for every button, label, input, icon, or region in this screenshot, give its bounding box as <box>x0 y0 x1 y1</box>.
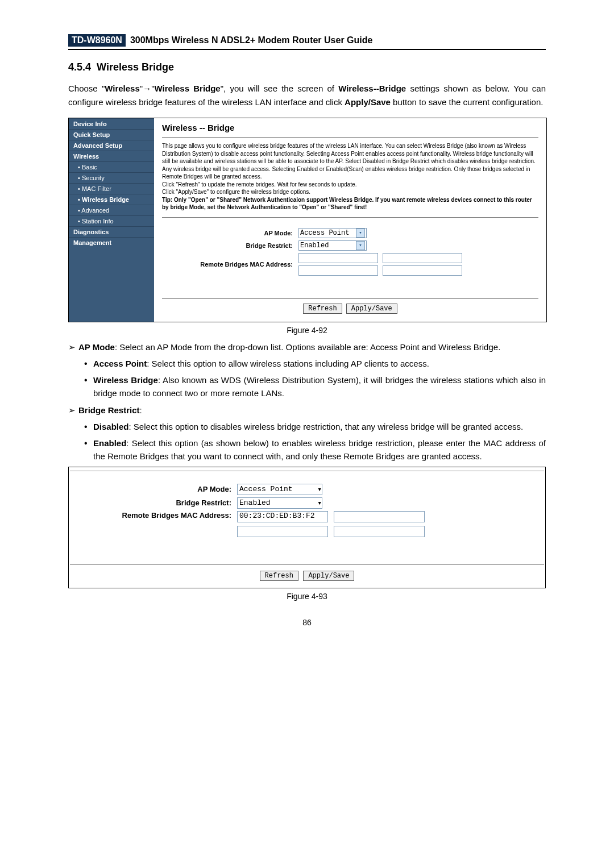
remote-mac-input[interactable] <box>334 511 425 522</box>
bullet-disabled: Disabled: Select this option to disables… <box>93 420 546 433</box>
section-heading: 4.5.4 Wireless Bridge <box>68 61 546 73</box>
bullet-access-point: Access Point: Select this option to allo… <box>93 357 546 370</box>
figure-caption-2: Figure 4-93 <box>68 592 546 601</box>
remote-mac-input[interactable] <box>298 253 378 263</box>
label-remote-mac: Remote Bridges MAC Address: <box>84 511 237 520</box>
remote-mac-input[interactable] <box>383 253 462 263</box>
panel-title: Wireless -- Bridge <box>162 123 538 132</box>
sidebar-item[interactable]: MAC Filter <box>69 183 154 194</box>
label-remote-mac: Remote Bridges MAC Address: <box>162 261 298 268</box>
sidebar-item[interactable]: Management <box>69 237 154 248</box>
remote-mac-input[interactable] <box>383 265 462 276</box>
select-ap-mode[interactable]: Access Point ▾ <box>237 484 322 495</box>
bullet-enabled: Enabled: Select this option (as shown be… <box>93 437 546 463</box>
sidebar-item[interactable]: Basic <box>69 161 154 172</box>
chevron-down-icon: ▾ <box>317 485 322 494</box>
label-ap-mode: AP Mode: <box>84 485 237 493</box>
sidebar-item[interactable]: Quick Setup <box>69 129 154 140</box>
doc-title: 300Mbps Wireless N ADSL2+ Modem Router U… <box>130 35 372 45</box>
page-number: 86 <box>68 618 546 627</box>
remote-mac-input[interactable] <box>334 526 425 537</box>
figure-caption-1: Figure 4-92 <box>68 326 546 335</box>
bullet-wireless-bridge: Wireless Bridge: Also known as WDS (Wire… <box>93 373 546 400</box>
refresh-button[interactable]: Refresh <box>260 571 298 581</box>
select-bridge-restrict[interactable]: Enabled ▾ <box>237 497 322 509</box>
router-ui-figure-1: Device InfoQuick SetupAdvanced SetupWire… <box>68 118 547 322</box>
router-ui-figure-2: AP Mode: Access Point ▾ Bridge Restrict:… <box>68 467 546 588</box>
intro-paragraph: Choose "Wireless"→"Wireless Bridge", you… <box>68 82 546 109</box>
sidebar: Device InfoQuick SetupAdvanced SetupWire… <box>69 118 154 322</box>
chevron-down-icon: ▾ <box>356 241 365 250</box>
bullet-ap-mode: AP Mode: Select an AP Mode from the drop… <box>78 340 546 400</box>
apply-save-button[interactable]: Apply/Save <box>303 571 354 581</box>
page-header: TD-W8960N 300Mbps Wireless N ADSL2+ Mode… <box>68 34 546 50</box>
chevron-down-icon: ▾ <box>356 229 365 238</box>
apply-save-button[interactable]: Apply/Save <box>346 304 397 314</box>
sidebar-item[interactable]: Advanced <box>69 205 154 215</box>
sidebar-item[interactable]: Device Info <box>69 118 154 129</box>
refresh-button[interactable]: Refresh <box>303 304 342 314</box>
label-bridge-restrict: Bridge Restrict: <box>162 242 298 249</box>
sidebar-item[interactable]: Security <box>69 172 154 183</box>
chevron-down-icon: ▾ <box>317 499 322 508</box>
model-tag: TD-W8960N <box>68 34 126 47</box>
select-ap-mode[interactable]: Access Point ▾ <box>298 228 367 238</box>
remote-mac-input[interactable] <box>298 265 378 276</box>
sidebar-item[interactable]: Wireless Bridge <box>69 194 154 205</box>
bullet-bridge-restrict: Bridge Restrict: Disabled: Select this o… <box>78 404 546 463</box>
sidebar-item[interactable]: Station Info <box>69 215 154 226</box>
remote-mac-input[interactable]: 00:23:CD:ED:B3:F2 <box>237 511 328 522</box>
sidebar-item[interactable]: Diagnostics <box>69 226 154 237</box>
label-ap-mode: AP Mode: <box>162 230 298 236</box>
remote-mac-input[interactable] <box>237 526 328 537</box>
main-pane: Wireless -- Bridge This page allows you … <box>154 118 546 322</box>
select-bridge-restrict[interactable]: Enabled ▾ <box>298 240 367 251</box>
label-bridge-restrict: Bridge Restrict: <box>84 499 237 507</box>
panel-description: This page allows you to configure wirele… <box>162 142 538 211</box>
sidebar-item[interactable]: Wireless <box>69 151 154 161</box>
sidebar-item[interactable]: Advanced Setup <box>69 140 154 151</box>
